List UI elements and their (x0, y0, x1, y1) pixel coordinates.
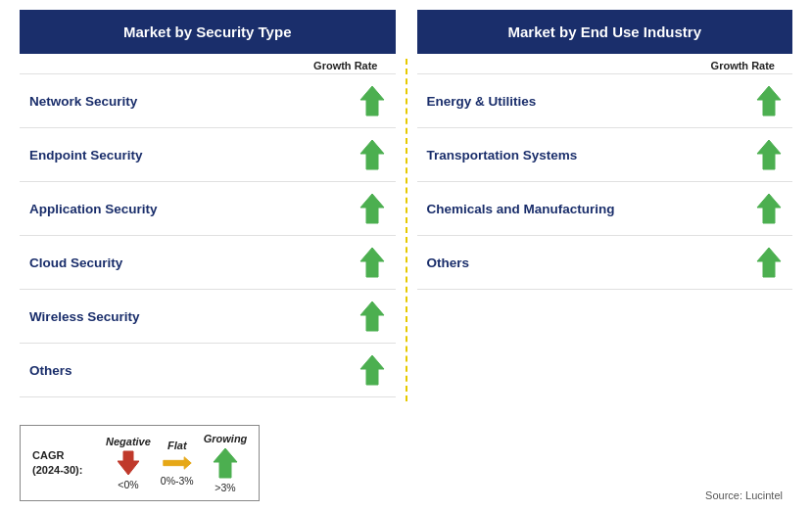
item-label: Wireless Security (29, 309, 139, 324)
legend-item-negative: Negative <0% (106, 436, 151, 490)
list-item: Others (417, 236, 793, 290)
cagr-line1: CAGR (32, 449, 64, 461)
negative-value: <0% (118, 479, 138, 490)
right-growth-rate-label: Growth Rate (417, 60, 793, 71)
svg-marker-8 (757, 194, 781, 223)
svg-marker-7 (757, 140, 781, 169)
up-arrow-icon (755, 138, 783, 171)
up-arrow-icon (358, 84, 386, 117)
main-container: Market by Security Type Growth Rate Netw… (0, 0, 812, 511)
down-arrow-icon (118, 449, 139, 477)
list-item: Energy & Utilities (417, 73, 793, 128)
item-label: Others (29, 363, 72, 378)
up-arrow-icon (755, 84, 783, 117)
left-growth-rate-label: Growth Rate (20, 60, 396, 71)
list-item: Network Security (20, 73, 396, 128)
source-text: Source: Lucintel (705, 489, 792, 501)
list-item: Cloud Security (20, 236, 396, 290)
up-arrow-icon (755, 246, 783, 279)
dashed-divider (406, 59, 407, 401)
up-arrow-icon (755, 192, 783, 225)
flat-value: 0%-3% (161, 475, 194, 487)
list-item: Chemicals and Manufacturing (417, 182, 793, 236)
legend-box: CAGR (2024-30): Negative <0% Flat 0%-3% (20, 425, 260, 501)
legend-item-flat: Flat 0%-3% (161, 440, 194, 487)
item-label: Transportation Systems (427, 148, 578, 163)
item-label: Cloud Security (29, 256, 122, 270)
up-arrow-icon (358, 300, 386, 333)
panel-right: Market by End Use Industry Growth Rate E… (417, 10, 793, 421)
right-items-list: Energy & Utilities Transportation System… (417, 73, 793, 421)
up-arrow-icon (358, 353, 386, 387)
growing-label: Growing (204, 433, 248, 444)
flat-arrow-icon (162, 453, 193, 473)
item-label: Energy & Utilities (427, 94, 537, 109)
flat-label: Flat (167, 440, 187, 451)
item-label: Application Security (29, 202, 158, 216)
item-label: Endpoint Security (29, 148, 143, 163)
up-arrow-icon (358, 246, 386, 279)
svg-marker-9 (757, 248, 781, 277)
legend-cagr: CAGR (2024-30): (32, 448, 96, 479)
up-arrow-icon (358, 192, 386, 225)
svg-marker-2 (360, 194, 384, 223)
bottom-row: CAGR (2024-30): Negative <0% Flat 0%-3% (20, 421, 792, 501)
svg-marker-12 (214, 448, 237, 478)
svg-marker-11 (164, 457, 191, 469)
item-label: Network Security (29, 94, 137, 109)
svg-marker-0 (360, 86, 384, 116)
list-item: Transportation Systems (417, 128, 793, 182)
growing-value: >3% (215, 482, 235, 493)
panel-left: Market by Security Type Growth Rate Netw… (20, 10, 396, 421)
up-arrow-icon (358, 138, 386, 171)
svg-marker-6 (757, 86, 781, 116)
item-label: Others (427, 256, 470, 270)
list-item: Wireless Security (20, 290, 396, 344)
svg-marker-3 (360, 248, 384, 277)
list-item: Others (20, 344, 396, 397)
right-panel-header: Market by End Use Industry (417, 10, 793, 54)
svg-marker-10 (118, 451, 139, 475)
legend-item-growing: Growing >3% (204, 433, 248, 493)
left-panel-header: Market by Security Type (20, 10, 396, 54)
list-item: Endpoint Security (20, 128, 396, 182)
svg-marker-1 (360, 140, 384, 169)
panels-row: Market by Security Type Growth Rate Netw… (20, 10, 792, 421)
left-items-list: Network Security Endpoint Security Appli… (20, 73, 396, 421)
svg-marker-5 (360, 355, 384, 385)
list-item: Application Security (20, 182, 396, 236)
up-arrow-icon (212, 446, 239, 480)
svg-marker-4 (360, 302, 384, 331)
cagr-line2: (2024-30): (32, 464, 82, 476)
item-label: Chemicals and Manufacturing (427, 202, 615, 216)
negative-label: Negative (106, 436, 151, 447)
